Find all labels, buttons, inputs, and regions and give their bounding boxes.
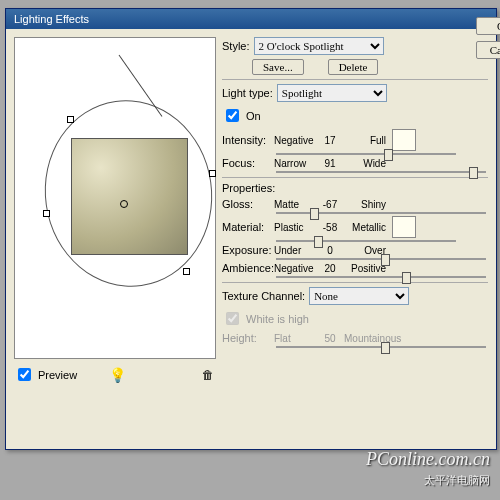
ambience-lo: Negative	[274, 263, 316, 274]
light-type-select[interactable]: Spotlight	[277, 84, 387, 102]
ellipse-handle[interactable]	[209, 170, 216, 177]
intensity-row: Intensity:Negative17Full	[222, 129, 488, 151]
lighting-effects-dialog: Lighting Effects Preview 💡 🗑 Sty	[5, 8, 497, 450]
ambience-track-row	[222, 276, 488, 278]
bulb-icon[interactable]: 💡	[109, 367, 126, 383]
exposure-track-row	[222, 258, 488, 260]
exposure-label: Exposure:	[222, 244, 272, 256]
gloss-value: -67	[318, 199, 342, 210]
white-high-checkbox	[226, 312, 239, 325]
delete-button[interactable]: Delete	[328, 59, 379, 75]
gloss-hi: Shiny	[344, 199, 386, 210]
material-row: Material:Plastic-58Metallic	[222, 216, 488, 238]
focus-thumb[interactable]	[469, 167, 478, 179]
exposure-lo: Under	[274, 245, 316, 256]
material-swatch[interactable]	[392, 216, 416, 238]
intensity-swatch[interactable]	[392, 129, 416, 151]
style-label: Style:	[222, 40, 250, 52]
on-row: On	[222, 106, 488, 125]
texture-label: Texture Channel:	[222, 290, 305, 302]
left-panel: Preview 💡 🗑	[14, 37, 214, 384]
ellipse-handle[interactable]	[183, 268, 190, 275]
focus-hi: Wide	[344, 158, 386, 169]
ellipse-handle[interactable]	[67, 116, 74, 123]
gloss-slider[interactable]	[276, 212, 486, 214]
light-type-row: Light type: Spotlight	[222, 84, 488, 102]
cancel-button[interactable]: Cancel	[476, 41, 500, 59]
gloss-label: Gloss:	[222, 198, 272, 210]
intensity-slider[interactable]	[276, 153, 456, 155]
intensity-label: Intensity:	[222, 134, 272, 146]
material-hi: Metallic	[344, 222, 386, 233]
style-buttons: Save... Delete Cancel	[252, 59, 488, 75]
intensity-track-row	[222, 153, 488, 155]
height-track-row	[222, 346, 488, 348]
height-value: 50	[318, 333, 342, 344]
white-high-label: White is high	[246, 313, 309, 325]
ambience-row: Ambience:Negative20Positive	[222, 262, 488, 274]
ok-button[interactable]: OK	[476, 17, 500, 35]
material-lo: Plastic	[274, 222, 316, 233]
intensity-value: 17	[318, 135, 342, 146]
focus-row: Focus:Narrow91Wide	[222, 157, 488, 169]
exposure-thumb[interactable]	[381, 254, 390, 266]
dialog-title: Lighting Effects	[6, 9, 496, 29]
exposure-slider[interactable]	[276, 258, 486, 260]
focus-value: 91	[318, 158, 342, 169]
focus-label: Focus:	[222, 157, 272, 169]
gloss-thumb[interactable]	[310, 208, 319, 220]
material-track-row	[222, 240, 488, 242]
ambience-thumb[interactable]	[402, 272, 411, 284]
material-value: -58	[318, 222, 342, 233]
intensity-lo: Negative	[274, 135, 316, 146]
focus-lo: Narrow	[274, 158, 316, 169]
height-lo: Flat	[274, 333, 316, 344]
gloss-row: Gloss:Matte-67Shiny	[222, 198, 488, 210]
intensity-hi: Full	[344, 135, 386, 146]
right-panel: Style: 2 O'clock Spotlight OK Save... De…	[222, 37, 488, 384]
white-high-row: White is high	[222, 309, 488, 328]
ambience-slider[interactable]	[276, 276, 486, 278]
height-thumb	[381, 342, 390, 354]
properties-label: Properties:	[222, 182, 275, 194]
intensity-thumb[interactable]	[384, 149, 393, 161]
watermark: PConline.com.cn	[366, 449, 490, 470]
preview-controls: Preview 💡 🗑	[14, 365, 214, 384]
preview-canvas[interactable]	[14, 37, 216, 359]
dialog-content: Preview 💡 🗑 Style: 2 O'clock Spotlight O…	[6, 29, 496, 392]
texture-row: Texture Channel: None	[222, 287, 488, 305]
preview-checkbox[interactable]	[18, 368, 31, 381]
preview-label: Preview	[38, 369, 77, 381]
light-ellipse[interactable]	[33, 89, 224, 297]
focus-track-row	[222, 171, 488, 173]
style-row: Style: 2 O'clock Spotlight OK	[222, 37, 488, 55]
on-label: On	[246, 110, 261, 122]
focus-slider[interactable]	[276, 171, 486, 173]
ellipse-handle[interactable]	[43, 210, 50, 217]
trash-icon[interactable]: 🗑	[202, 368, 214, 382]
height-hi: Mountainous	[344, 333, 386, 344]
save-button[interactable]: Save...	[252, 59, 304, 75]
gloss-track-row	[222, 212, 488, 214]
height-row: Height:Flat50Mountainous	[222, 332, 488, 344]
light-center-handle[interactable]	[120, 200, 128, 208]
ambience-label: Ambience:	[222, 262, 272, 274]
height-slider	[276, 346, 486, 348]
material-thumb[interactable]	[314, 236, 323, 248]
exposure-hi: Over	[344, 245, 386, 256]
ambience-value: 20	[318, 263, 342, 274]
ambience-hi: Positive	[344, 263, 386, 274]
material-slider[interactable]	[276, 240, 456, 242]
watermark-sub: 太平洋电脑网	[424, 473, 490, 488]
on-checkbox[interactable]	[226, 109, 239, 122]
texture-select[interactable]: None	[309, 287, 409, 305]
style-select[interactable]: 2 O'clock Spotlight	[254, 37, 384, 55]
material-label: Material:	[222, 221, 272, 233]
height-label: Height:	[222, 332, 272, 344]
light-type-label: Light type:	[222, 87, 273, 99]
exposure-row: Exposure:Under0Over	[222, 244, 488, 256]
